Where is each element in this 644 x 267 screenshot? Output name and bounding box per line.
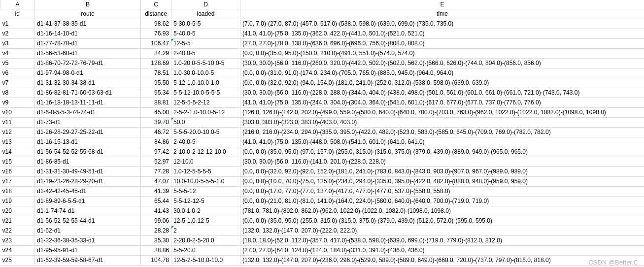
cell-loaded[interactable]: 12-5-5-5-2-12 bbox=[171, 98, 240, 107]
cell-time[interactable]: (132.0, 132.0)-(147.0, 207.0)-(222.0, 22… bbox=[240, 226, 644, 235]
cell-route[interactable]: d1-41-37-38-35-d1 bbox=[35, 19, 141, 29]
cell-distance[interactable]: 65.44 bbox=[141, 196, 171, 206]
cell-id[interactable]: v15 bbox=[0, 157, 35, 167]
cell-time[interactable]: (0.0, 0.0)-(32.0, 92.0)-(94.0, 154.0)-(1… bbox=[240, 78, 644, 88]
cell-route[interactable]: d1-16-15-13-d1 bbox=[35, 137, 141, 147]
header-loaded[interactable]: loaded bbox=[171, 9, 240, 19]
cell-route[interactable]: d1-32-36-38-35-33-d1 bbox=[35, 235, 141, 245]
cell-distance[interactable]: 77.28 bbox=[141, 167, 171, 176]
cell-distance[interactable]: 84.86 bbox=[141, 137, 171, 147]
cell-loaded[interactable]: 2-20.0-2-5-20.0 bbox=[171, 235, 240, 245]
cell-id[interactable]: v2 bbox=[0, 29, 35, 38]
cell-route[interactable]: d1-97-94-98-0-d1 bbox=[35, 68, 141, 78]
cell-route[interactable]: d1-77-78-78-d1 bbox=[35, 38, 141, 48]
cell-distance[interactable]: 95.50 bbox=[141, 78, 171, 88]
cell-time[interactable]: (0.0, 0.0)-(10.0, 70.0)-(75.0, 135.0)-(2… bbox=[240, 176, 644, 186]
col-header-A[interactable]: A bbox=[0, 0, 35, 9]
col-header-E[interactable]: E bbox=[240, 0, 644, 9]
cell-loaded[interactable]: 12-10.0 bbox=[171, 157, 240, 167]
cell-route[interactable]: d1-86-82-81-71-60-63-63-d1 bbox=[35, 88, 141, 98]
cell-time[interactable]: (41.0, 41.0)-(75.0, 135.0)-(448.0, 508.0… bbox=[240, 137, 644, 147]
cell-route[interactable]: d1-73-d1 bbox=[35, 117, 141, 127]
cell-loaded[interactable]: 2-10.0-2-12-12-10.0 bbox=[171, 147, 240, 157]
cell-route[interactable]: d1-31-31-30-49-49-51-d1 bbox=[35, 167, 141, 176]
cell-route[interactable]: d1-62-39-59-59-58-67-d1 bbox=[35, 255, 141, 265]
cell-loaded[interactable]: 2-5-2-1.0-10.0-5-12 bbox=[171, 107, 240, 117]
cell-loaded[interactable]: 5-30.0-5-5 bbox=[171, 19, 240, 29]
cell-loaded[interactable]: 1.0-20.0-5-5-10.0-5 bbox=[171, 58, 240, 68]
cell-loaded[interactable]: 12-5-2-5-10.0-10.0 bbox=[171, 255, 240, 265]
cell-time[interactable]: (41.0, 41.0)-(75.0, 135.0)-(362.0, 422.0… bbox=[240, 29, 644, 38]
cell-distance[interactable]: 41.39 bbox=[141, 186, 171, 196]
cell-time[interactable]: (0.0, 0.0)-(31.0, 91.0)-(174.0, 234.0)-(… bbox=[240, 68, 644, 78]
cell-loaded[interactable]: 2 bbox=[171, 226, 240, 235]
cell-loaded[interactable]: 12-5-1.0-12-5 bbox=[171, 216, 240, 226]
spreadsheet-table[interactable]: A B C D E id route distance loaded time … bbox=[0, 0, 644, 266]
cell-id[interactable]: v5 bbox=[0, 58, 35, 68]
cell-time[interactable]: (30.0, 30.0)-(56.0, 116.0)-(228.0, 288.0… bbox=[240, 88, 644, 98]
cell-id[interactable]: v24 bbox=[0, 245, 35, 255]
cell-time[interactable]: (27.0, 27.0)-(78.0, 138.0)-(636.0, 696.0… bbox=[240, 38, 644, 48]
cell-route[interactable]: d1-62-d1 bbox=[35, 226, 141, 235]
cell-time[interactable]: (41.0, 41.0)-(75.0, 135.0)-(244.0, 304.0… bbox=[240, 98, 644, 107]
cell-time[interactable]: (30.0, 30.0)-(56.0, 116.0)-(141.0, 201.0… bbox=[240, 157, 644, 167]
cell-distance[interactable]: 52.97 bbox=[141, 157, 171, 167]
cell-loaded[interactable]: 5-40.0-5 bbox=[171, 29, 240, 38]
cell-id[interactable]: v12 bbox=[0, 127, 35, 137]
cell-distance[interactable]: 95.34 bbox=[141, 88, 171, 98]
cell-id[interactable]: v17 bbox=[0, 176, 35, 186]
cell-route[interactable]: d1-56-53-60-d1 bbox=[35, 48, 141, 58]
cell-route[interactable]: d1-56-54-52-52-55-68-d1 bbox=[35, 147, 141, 157]
cell-time[interactable]: (18.0, 18.0)-(52.0, 112.0)-(357.0, 417.0… bbox=[240, 235, 644, 245]
cell-distance[interactable]: 128.69 bbox=[141, 58, 171, 68]
cell-id[interactable]: v19 bbox=[0, 196, 35, 206]
cell-loaded[interactable]: 30.0-1.0-2 bbox=[171, 206, 240, 216]
cell-loaded[interactable]: 2-40.0-5 bbox=[171, 48, 240, 58]
cell-route[interactable]: d1-56-52-52-55-44-d1 bbox=[35, 216, 141, 226]
cell-time[interactable]: (0.0, 0.0)-(35.0, 95.0)-(97.0, 157.0)-(2… bbox=[240, 147, 644, 157]
cell-time[interactable]: (30.0, 30.0)-(56.0, 116.0)-(260.0, 320.0… bbox=[240, 58, 644, 68]
col-header-D[interactable]: D bbox=[171, 0, 240, 9]
cell-id[interactable]: v13 bbox=[0, 137, 35, 147]
cell-distance[interactable]: 45.00 bbox=[141, 107, 171, 117]
header-route[interactable]: route bbox=[35, 9, 141, 19]
cell-time[interactable]: (0.0, 0.0)-(35.0, 95.0)-(150.0, 210.0)-(… bbox=[240, 48, 644, 58]
cell-route[interactable]: d1-86-85-d1 bbox=[35, 157, 141, 167]
cell-distance[interactable]: 88.86 bbox=[141, 245, 171, 255]
header-time[interactable]: time bbox=[240, 9, 644, 19]
cell-id[interactable]: v7 bbox=[0, 78, 35, 88]
cell-distance[interactable]: 78.51 bbox=[141, 68, 171, 78]
cell-time[interactable]: (303.0, 303.0)-(323.0, 383.0)-(403.0, 40… bbox=[240, 117, 644, 127]
cell-loaded[interactable]: 2-40.0-5 bbox=[171, 137, 240, 147]
cell-distance[interactable]: 97.42 bbox=[141, 147, 171, 157]
cell-time[interactable]: (0.0, 0.0)-(35.0, 95.0)-(255.0, 315.0)-(… bbox=[240, 216, 644, 226]
cell-id[interactable]: v23 bbox=[0, 235, 35, 245]
cell-id[interactable]: v10 bbox=[0, 107, 35, 117]
cell-id[interactable]: v4 bbox=[0, 48, 35, 58]
col-header-C[interactable]: C bbox=[141, 0, 171, 9]
cell-distance[interactable]: 98.62 bbox=[141, 19, 171, 29]
cell-loaded[interactable]: 5-5-12-10.0-5-5-5 bbox=[171, 88, 240, 98]
cell-id[interactable]: v11 bbox=[0, 117, 35, 127]
cell-route[interactable]: d1-42-42-45-45-d1 bbox=[35, 186, 141, 196]
cell-route[interactable]: d1-86-70-72-72-76-79-d1 bbox=[35, 58, 141, 68]
cell-id[interactable]: v22 bbox=[0, 226, 35, 235]
cell-loaded[interactable]: 5-5-5-12 bbox=[171, 186, 240, 196]
cell-route[interactable]: d1-26-28-29-27-25-22-d1 bbox=[35, 127, 141, 137]
cell-id[interactable]: v3 bbox=[0, 38, 35, 48]
cell-loaded[interactable]: 5-12-1.0-10.0-1.0 bbox=[171, 78, 240, 88]
cell-loaded[interactable]: 10.0-10.0-5-5-5-1.0 bbox=[171, 176, 240, 186]
cell-loaded[interactable]: 5-5-5-20.0-10.0-5 bbox=[171, 127, 240, 137]
cell-id[interactable]: v1 bbox=[0, 19, 35, 29]
cell-distance[interactable]: 88.81 bbox=[141, 98, 171, 107]
cell-distance[interactable]: 104.78 bbox=[141, 255, 171, 265]
cell-route[interactable]: d1-19-23-26-28-29-20-d1 bbox=[35, 176, 141, 186]
cell-distance[interactable]: 39.70 bbox=[141, 117, 171, 127]
cell-id[interactable]: v6 bbox=[0, 68, 35, 78]
cell-route[interactable]: d1-6-8-5-5-3-74-74-d1 bbox=[35, 107, 141, 117]
cell-id[interactable]: v9 bbox=[0, 98, 35, 107]
cell-time[interactable]: (0.0, 0.0)-(32.0, 92.0)-(92.0, 152.0)-(1… bbox=[240, 167, 644, 176]
col-header-B[interactable]: B bbox=[35, 0, 141, 9]
cell-distance[interactable]: 47.07 bbox=[141, 176, 171, 186]
cell-time[interactable]: (126.0, 126.0)-(142.0, 202.0)-(499.0, 55… bbox=[240, 107, 644, 117]
